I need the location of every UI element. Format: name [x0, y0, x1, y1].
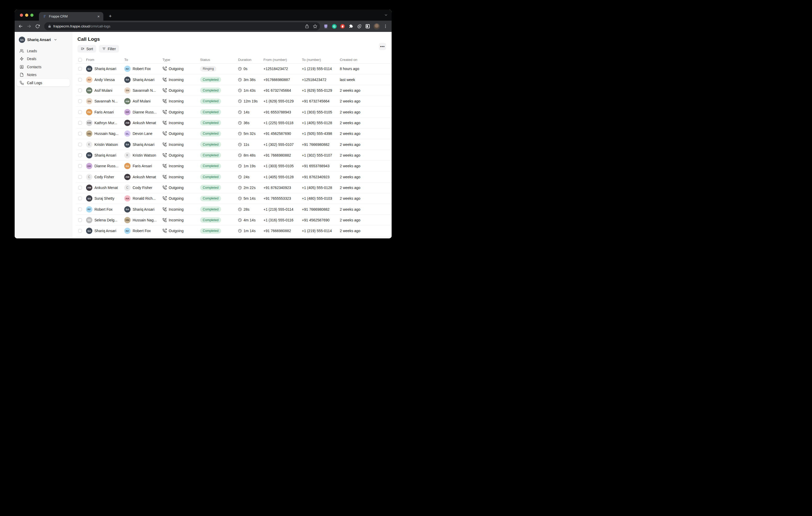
column-header-duration[interactable]: Duration: [238, 58, 263, 62]
table-row[interactable]: AV Andy Viessa SA Shariq Ansari Incoming…: [76, 74, 392, 85]
maximize-window-button[interactable]: [30, 13, 33, 17]
minimize-window-button[interactable]: [25, 13, 28, 17]
table-row[interactable]: C Cody Fisher AM Ankush Menat Incoming C…: [76, 172, 392, 182]
column-header-status[interactable]: Status: [200, 58, 238, 62]
row-checkbox[interactable]: [78, 229, 82, 233]
split-view-icon[interactable]: [365, 24, 370, 29]
from-number: +1 (629) 555-0129: [263, 99, 302, 103]
sidebar-item-notes[interactable]: Notes: [17, 71, 70, 79]
phone-incoming-icon: [163, 175, 167, 179]
adblock-extension-icon[interactable]: [340, 24, 345, 29]
frappe-favicon: [42, 14, 47, 19]
table-row[interactable]: SS Suraj Shetty RR Ronald Rich... Outgoi…: [76, 193, 392, 204]
extensions-puzzle-icon[interactable]: [348, 24, 353, 29]
table-row[interactable]: KM Kathryn Mur... AM Ankush Menat Incomi…: [76, 118, 392, 128]
duration-value: 11s: [243, 143, 249, 147]
from-name: Selena Delg...: [94, 218, 117, 222]
energy-saver-leaf-icon[interactable]: [357, 24, 362, 29]
row-checkbox[interactable]: [78, 164, 82, 168]
new-tab-button[interactable]: +: [107, 13, 114, 19]
table-row[interactable]: HN Hussain Nag... DL Devon Lane Outgoing…: [76, 128, 392, 139]
table-row[interactable]: K Kristin Watson SA Shariq Ansari Incomi…: [76, 139, 392, 150]
github-extension-icon[interactable]: [323, 24, 328, 29]
row-checkbox[interactable]: [78, 208, 82, 211]
filter-button[interactable]: Filter: [99, 45, 119, 53]
to-name: Savannah N...: [133, 88, 156, 93]
row-checkbox[interactable]: [78, 196, 82, 200]
column-header-created-on[interactable]: Created on: [340, 58, 392, 62]
tab-search-chevron-icon[interactable]: [384, 13, 388, 18]
browser-menu-icon[interactable]: [383, 24, 388, 29]
table-row[interactable]: SA Shariq Ansari RF Robert Fox Outgoing …: [76, 63, 392, 74]
back-button[interactable]: [17, 23, 24, 30]
tab-frappe-crm[interactable]: Frappe CRM ×: [39, 12, 103, 21]
table-row[interactable]: RF Robert Fox SA Shariq Ansari Incoming …: [76, 204, 392, 215]
type-label: Incoming: [169, 143, 184, 147]
sort-button[interactable]: Sort: [78, 45, 96, 53]
to-avatar: HN: [124, 217, 130, 223]
select-all-checkbox[interactable]: [78, 58, 82, 62]
grammarly-extension-icon[interactable]: G: [332, 24, 337, 29]
table-row[interactable]: SA Shariq Ansari RF Robert Fox Outgoing …: [76, 225, 392, 236]
browser-profile-avatar[interactable]: [374, 23, 380, 30]
sidebar-item-leads[interactable]: Leads: [17, 47, 70, 55]
table-row[interactable]: [76, 237, 392, 239]
row-checkbox[interactable]: [78, 67, 82, 70]
column-header-to-number[interactable]: To (number): [302, 58, 340, 62]
row-checkbox[interactable]: [78, 132, 82, 135]
table-header-row: From To Type Status Duration From (numbe…: [76, 56, 392, 63]
row-checkbox[interactable]: [78, 143, 82, 146]
table-row[interactable]: SA Shariq Ansari K Kristin Watson Outgoi…: [76, 150, 392, 161]
row-checkbox[interactable]: [78, 121, 82, 125]
to-avatar: DR: [124, 109, 130, 115]
column-header-from[interactable]: From: [86, 58, 124, 62]
sidebar-item-deals[interactable]: Deals: [17, 55, 70, 63]
tab-close-icon[interactable]: ×: [96, 14, 101, 19]
created-on: 2 weeks ago: [340, 175, 392, 179]
browser-window: Frappe CRM × + frappecrm.frappe.cloud/cr…: [14, 10, 392, 238]
reload-button[interactable]: [34, 23, 41, 30]
created-on: 8 hours ago: [340, 67, 392, 71]
table-row[interactable]: AM Ankush Menat C Cody Fisher Outgoing C…: [76, 182, 392, 193]
status-badge: Completed: [200, 109, 221, 115]
sidebar-item-label: Leads: [27, 49, 37, 53]
sidebar-item-label: Call Logs: [27, 81, 42, 85]
filter-label: Filter: [108, 47, 116, 51]
phone-incoming-icon: [163, 143, 167, 147]
phone-outgoing-icon: [163, 67, 167, 71]
table-row[interactable]: DR Dianne Russ... FA Faris Ansari Incomi…: [76, 161, 392, 172]
duration-value: 8m 48s: [243, 153, 256, 157]
to-number: +12518423472: [302, 78, 340, 82]
row-checkbox[interactable]: [78, 89, 82, 92]
from-avatar: HN: [86, 130, 92, 137]
sidebar-item-contacts[interactable]: Contacts: [17, 63, 70, 70]
table-row[interactable]: AM Asif Mulani SN Savannah N... Outgoing…: [76, 85, 392, 96]
user-menu[interactable]: SA Shariq Ansari: [17, 36, 70, 43]
row-checkbox[interactable]: [78, 99, 82, 103]
row-checkbox[interactable]: [78, 186, 82, 189]
column-header-from-number[interactable]: From (number): [263, 58, 302, 62]
phone-incoming-icon: [163, 121, 167, 125]
url-bar[interactable]: frappecrm.frappe.cloud/crm/call-logs: [44, 22, 320, 30]
row-checkbox[interactable]: [78, 78, 82, 82]
to-avatar: K: [124, 152, 130, 158]
table-row[interactable]: SD Selena Delg... HN Hussain Nag... Inco…: [76, 215, 392, 225]
forward-button[interactable]: [26, 23, 33, 30]
duration-value: 1m 14s: [243, 229, 256, 233]
row-checkbox[interactable]: [78, 153, 82, 157]
row-checkbox[interactable]: [78, 218, 82, 222]
column-header-type[interactable]: Type: [163, 58, 200, 62]
sidebar-item-call-logs[interactable]: Call Logs: [17, 79, 70, 87]
more-options-button[interactable]: •••: [379, 43, 386, 50]
clock-icon: [238, 175, 242, 179]
table-row[interactable]: SN Savannah N... AM Asif Mulani Incoming…: [76, 96, 392, 107]
table-row[interactable]: FA Faris Ansari DR Dianne Russ... Outgoi…: [76, 107, 392, 117]
row-checkbox[interactable]: [78, 175, 82, 179]
share-icon[interactable]: [305, 24, 309, 29]
to-avatar: SA: [124, 142, 130, 148]
bookmark-star-icon[interactable]: [313, 24, 317, 29]
duration-value: 2m 22s: [243, 186, 256, 190]
column-header-to[interactable]: To: [124, 58, 163, 62]
close-window-button[interactable]: [20, 13, 23, 17]
row-checkbox[interactable]: [78, 110, 82, 114]
